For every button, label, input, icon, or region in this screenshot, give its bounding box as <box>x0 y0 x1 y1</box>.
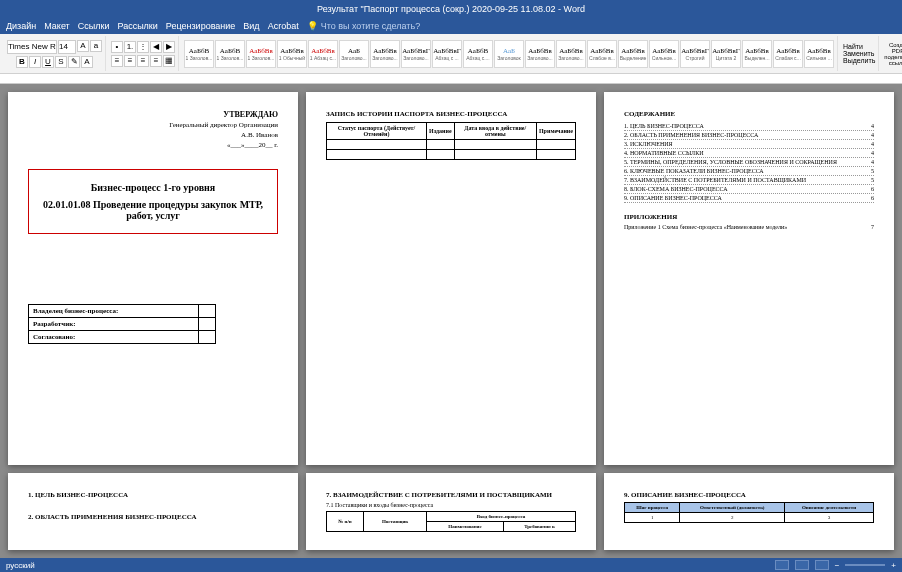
style-item[interactable]: АаБбВвСлабое в... <box>587 40 617 68</box>
style-item[interactable]: АаБбВвГЗаголово... <box>401 40 431 68</box>
tab-mailings[interactable]: Рассылки <box>117 21 157 31</box>
style-item[interactable]: АаБЗаголово... <box>339 40 369 68</box>
style-item[interactable]: АаБбВвГЦитата 2 <box>711 40 741 68</box>
ruler[interactable] <box>0 74 902 84</box>
table-row: Разработчик: <box>29 318 216 331</box>
paragraph-group: • 1. ⋮ ◀ ▶ ≡ ≡ ≡ ≡ ▦ <box>108 36 179 71</box>
style-item[interactable]: АаБбВвВыделение <box>618 40 648 68</box>
sec9-heading: 9. ОПИСАНИЕ БИЗНЕС-ПРОЦЕССА <box>624 491 874 499</box>
page-1[interactable]: УТВЕРЖДАЮ Генеральный директор Организац… <box>8 92 298 465</box>
toc-item: 5. ТЕРМИНЫ, ОПРЕДЕЛЕНИЯ, УСЛОВНЫЕ ОБОЗНА… <box>624 158 874 167</box>
page-5[interactable]: 7. ВЗАИМОДЕЙСТВИЕ С ПОТРЕБИТЕЛЯМИ И ПОСТ… <box>306 473 596 550</box>
style-item[interactable]: АаБбВвГСтрогий <box>680 40 710 68</box>
table-row <box>327 150 576 160</box>
adobe-group: Создать PDF и поделиться ссылкой <box>881 36 902 71</box>
approve-subtitle: Генеральный директор Организации <box>28 121 278 129</box>
style-item[interactable]: АаБбВвСлабая с... <box>773 40 803 68</box>
tab-review[interactable]: Рецензирование <box>166 21 236 31</box>
align-center-button[interactable]: ≡ <box>124 55 136 67</box>
page-4[interactable]: 1. ЦЕЛЬ БИЗНЕС-ПРОЦЕССА 2. ОБЛАСТЬ ПРИМЕ… <box>8 473 298 550</box>
page-2[interactable]: ЗАПИСЬ ИСТОРИИ ПАСПОРТА БИЗНЕС-ПРОЦЕССА … <box>306 92 596 465</box>
table-row: Согласовано: <box>29 331 216 344</box>
page-3[interactable]: СОДЕРЖАНИЕ 1. ЦЕЛЬ БИЗНЕС-ПРОЦЕССА4 2. О… <box>604 92 894 465</box>
align-justify-button[interactable]: ≡ <box>150 55 162 67</box>
replace-button[interactable]: Заменить <box>843 50 874 57</box>
shading-button[interactable]: ▦ <box>163 55 175 67</box>
bulb-icon: 💡 <box>307 21 318 31</box>
font-shrink-button[interactable]: a <box>90 40 102 52</box>
style-item[interactable]: АаБбВв1 Обычный <box>277 40 307 68</box>
underline-button[interactable]: U <box>42 56 54 68</box>
style-item[interactable]: АаБбВ1 Заголов... <box>184 40 214 68</box>
styles-gallery[interactable]: АаБбВ1 Заголов... АаБбВ1 Заголов... АаБб… <box>184 40 834 68</box>
page-6[interactable]: 9. ОПИСАНИЕ БИЗНЕС-ПРОЦЕССА Шаг процесса… <box>604 473 894 550</box>
table-row <box>327 140 576 150</box>
style-item[interactable]: АаБбВвЗаголово... <box>370 40 400 68</box>
view-web-layout-button[interactable] <box>815 560 829 570</box>
tell-me-search[interactable]: 💡 Что вы хотите сделать? <box>307 21 421 31</box>
select-button[interactable]: Выделить <box>843 57 875 64</box>
toc-item: 3. ИСКЛЮЧЕНИЯ4 <box>624 140 874 149</box>
style-item[interactable]: АаБбВАбзац с.... <box>463 40 493 68</box>
style-item[interactable]: АаБбВвВыделен... <box>742 40 772 68</box>
create-pdf-button[interactable]: Создать PDF и поделиться ссылкой <box>884 42 902 66</box>
zoom-in-button[interactable]: + <box>891 561 896 570</box>
toc-list: 1. ЦЕЛЬ БИЗНЕС-ПРОЦЕССА4 2. ОБЛАСТЬ ПРИМ… <box>624 122 874 203</box>
find-button[interactable]: Найти <box>843 43 863 50</box>
ribbon: A a B I U S ✎ A • 1. ⋮ ◀ ▶ ≡ ≡ ≡ ≡ ▦ АаБ <box>0 34 902 74</box>
zoom-slider[interactable] <box>845 564 885 566</box>
toc-heading: СОДЕРЖАНИЕ <box>624 110 874 118</box>
strike-button[interactable]: S <box>55 56 67 68</box>
appendix-heading: ПРИЛОЖЕНИЯ <box>624 213 874 221</box>
toc-item: 8. БЛОК-СХЕМА БИЗНЕС-ПРОЦЕССА6 <box>624 185 874 194</box>
window-title: Результат "Паспорт процесса (сокр.) 2020… <box>317 4 585 14</box>
tab-references[interactable]: Ссылки <box>78 21 110 31</box>
title-box: Бизнес-процесс 1-го уровня 02.01.01.08 П… <box>28 169 278 234</box>
align-right-button[interactable]: ≡ <box>137 55 149 67</box>
style-item[interactable]: АаБбВвГАбзац с ... <box>432 40 462 68</box>
style-item[interactable]: АаБбВв1 Абзац с... <box>308 40 338 68</box>
history-heading: ЗАПИСЬ ИСТОРИИ ПАСПОРТА БИЗНЕС-ПРОЦЕССА <box>326 110 576 118</box>
font-grow-button[interactable]: A <box>77 40 89 52</box>
style-item[interactable]: АаБбВвСильная ... <box>804 40 834 68</box>
zoom-out-button[interactable]: − <box>835 561 840 570</box>
tab-layout[interactable]: Макет <box>44 21 69 31</box>
multilevel-button[interactable]: ⋮ <box>137 41 149 53</box>
font-group: A a B I U S ✎ A <box>4 36 106 71</box>
style-item[interactable]: АаБбВвЗаголово... <box>556 40 586 68</box>
tell-me-label: Что вы хотите сделать? <box>321 21 421 31</box>
approve-date: «___»____20__ г. <box>28 141 278 149</box>
tab-design[interactable]: Дизайн <box>6 21 36 31</box>
description-table: Шаг процесса Ответственный (должность) О… <box>624 502 874 523</box>
align-left-button[interactable]: ≡ <box>111 55 123 67</box>
view-print-layout-button[interactable] <box>795 560 809 570</box>
bold-button[interactable]: B <box>16 56 28 68</box>
tab-view[interactable]: Вид <box>243 21 259 31</box>
sec7-1-heading: 7.1 Поставщики и входы бизнес-процесса <box>326 502 576 508</box>
highlight-button[interactable]: ✎ <box>68 56 80 68</box>
approve-name: А.В. Иванов <box>28 131 278 139</box>
toc-item: 6. КЛЮЧЕВЫЕ ПОКАЗАТЕЛИ БИЗНЕС-ПРОЦЕССА5 <box>624 167 874 176</box>
tab-acrobat[interactable]: Acrobat <box>268 21 299 31</box>
style-item[interactable]: АаБбВвСильное... <box>649 40 679 68</box>
font-color-button[interactable]: A <box>81 56 93 68</box>
indent-inc-button[interactable]: ▶ <box>163 41 175 53</box>
title-bar: Результат "Паспорт процесса (сокр.) 2020… <box>0 0 902 18</box>
view-read-mode-button[interactable] <box>775 560 789 570</box>
style-item[interactable]: АаБбВ1 Заголов... <box>215 40 245 68</box>
status-language[interactable]: русский <box>6 561 35 570</box>
bullets-button[interactable]: • <box>111 41 123 53</box>
document-area[interactable]: УТВЕРЖДАЮ Генеральный директор Организац… <box>0 84 902 558</box>
title-line1: Бизнес-процесс 1-го уровня <box>37 182 269 193</box>
history-table: Статус паспорта (Действует/Отменён) Изда… <box>326 122 576 160</box>
style-item[interactable]: АаБЗаголовок <box>494 40 524 68</box>
italic-button[interactable]: I <box>29 56 41 68</box>
indent-dec-button[interactable]: ◀ <box>150 41 162 53</box>
font-size-input[interactable] <box>58 40 76 54</box>
style-item[interactable]: АаБбВвЗаголово... <box>525 40 555 68</box>
style-item[interactable]: АаБбВв1 Заголов... <box>246 40 276 68</box>
styles-group: АаБбВ1 Заголов... АаБбВ1 Заголов... АаБб… <box>181 36 838 71</box>
font-name-input[interactable] <box>7 40 57 54</box>
numbering-button[interactable]: 1. <box>124 41 136 53</box>
table-row: Владелец бизнес-процесса: <box>29 305 216 318</box>
